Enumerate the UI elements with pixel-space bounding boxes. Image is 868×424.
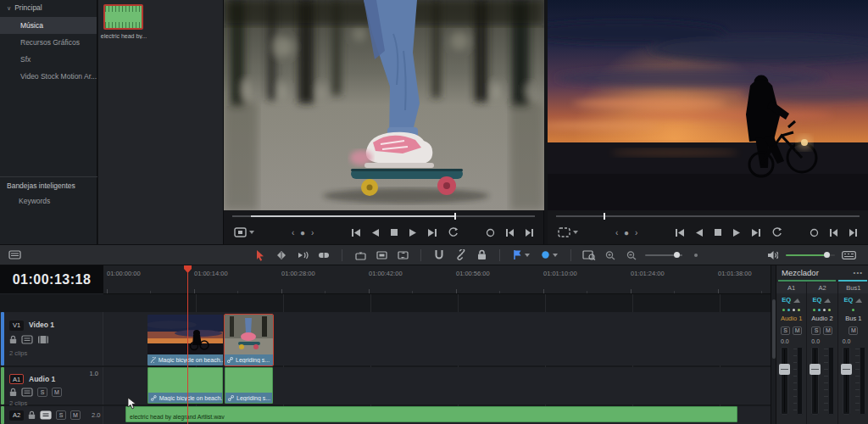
strip-channel[interactable]: A2 xyxy=(807,282,837,293)
loop-button[interactable] xyxy=(448,225,459,240)
video-clip-legriding[interactable]: Legriding s... xyxy=(225,315,273,365)
position-lock-toggle[interactable] xyxy=(474,248,489,263)
strip-mute-button[interactable]: M xyxy=(849,326,858,335)
track-badge[interactable]: V1 xyxy=(9,321,24,331)
play-forward-button[interactable] xyxy=(732,225,741,240)
auto-select-icon[interactable] xyxy=(40,410,52,420)
link-clips-toggle[interactable] xyxy=(453,248,468,263)
match-frame-button[interactable] xyxy=(486,225,495,240)
mute-button[interactable]: M xyxy=(70,410,81,420)
timeline-viewer-image[interactable] xyxy=(548,0,868,210)
next-edit-button[interactable] xyxy=(849,225,858,240)
track-header-a2[interactable]: A2 S M 2.0 xyxy=(5,406,103,424)
fader-track[interactable] xyxy=(811,347,819,415)
fader-track[interactable] xyxy=(843,347,850,415)
solo-button[interactable]: S xyxy=(56,410,66,420)
mixer-menu-button[interactable]: ••• xyxy=(854,269,863,276)
prev-edit-button[interactable] xyxy=(505,225,515,240)
lock-icon[interactable] xyxy=(28,410,36,420)
solo-button[interactable]: S xyxy=(37,388,47,397)
play-reverse-button[interactable] xyxy=(371,225,380,240)
overwrite-clip-button[interactable] xyxy=(374,248,389,263)
speaker-icon[interactable] xyxy=(765,248,780,263)
source-viewer-image[interactable] xyxy=(224,0,544,210)
audio-clip-magic-bicycle[interactable]: Magic bicycle on beach... xyxy=(147,367,223,404)
audio-clip-legriding[interactable]: Legriding s... xyxy=(225,367,273,404)
filmstrip-icon[interactable] xyxy=(37,335,49,344)
loop-button[interactable] xyxy=(771,225,782,240)
timeline-ruler[interactable]: 01:00:00:00 01:00:14:00 01:00:28:00 01:0… xyxy=(103,265,771,294)
playhead[interactable] xyxy=(187,265,188,424)
auto-select-icon[interactable] xyxy=(21,335,33,344)
marker-button[interactable] xyxy=(538,248,560,263)
strip-solo-button[interactable]: S xyxy=(811,326,821,335)
trim-edit-mode-tool[interactable] xyxy=(274,248,289,263)
replace-clip-button[interactable] xyxy=(395,248,410,263)
sidebar-item-sfx[interactable]: Sfx xyxy=(0,51,97,68)
track-badge[interactable]: A2 xyxy=(9,410,24,421)
strip-channel[interactable]: A1 xyxy=(776,282,806,293)
audio1-lane[interactable] xyxy=(0,367,771,404)
timeline-view-options-icon[interactable] xyxy=(7,248,22,263)
timeline-zoom-full-tool[interactable] xyxy=(603,248,618,263)
dynamic-trim-mode-tool[interactable] xyxy=(295,248,310,263)
flag-button[interactable] xyxy=(510,248,532,263)
selection-mode-tool[interactable] xyxy=(253,248,268,263)
sidebar-item-recursos-graficos[interactable]: Recursos Gráficos xyxy=(0,34,97,51)
zoom-slider-handle[interactable] xyxy=(674,252,680,258)
strip-eq[interactable]: EQ xyxy=(776,293,806,306)
auto-select-icon[interactable] xyxy=(21,388,33,397)
snapping-toggle[interactable] xyxy=(431,248,447,263)
track-header-v1[interactable]: V1Video 1 2 clips xyxy=(5,312,103,365)
next-edit-button[interactable] xyxy=(525,225,534,240)
match-frame-button[interactable] xyxy=(810,225,819,240)
fader-track[interactable] xyxy=(781,347,788,415)
timeline-body[interactable]: V1Video 1 2 clips A1Audio 11.0 S M 2 cli… xyxy=(0,294,771,424)
strip-eq[interactable]: EQ xyxy=(838,293,868,306)
jog-control[interactable]: ‹ ● › xyxy=(292,225,315,240)
detail-zoom-icon[interactable] xyxy=(688,248,704,263)
last-frame-button[interactable] xyxy=(427,225,437,240)
fader-handle[interactable] xyxy=(841,364,852,375)
lock-icon[interactable] xyxy=(9,388,17,397)
first-frame-button[interactable] xyxy=(351,225,361,240)
play-reverse-button[interactable] xyxy=(695,225,704,240)
timeline-scrubber[interactable] xyxy=(556,215,860,217)
volume-handle[interactable] xyxy=(824,252,830,258)
lock-icon[interactable] xyxy=(9,335,17,344)
viewer-mode-button[interactable] xyxy=(234,225,254,240)
last-frame-button[interactable] xyxy=(751,225,761,240)
scrub-playhead[interactable] xyxy=(454,213,456,220)
track-badge[interactable]: A1 xyxy=(9,374,24,384)
strip-solo-button[interactable]: S xyxy=(781,326,790,335)
first-frame-button[interactable] xyxy=(675,225,685,240)
sidebar-item-musica[interactable]: Música xyxy=(0,17,97,34)
blade-edit-mode-tool[interactable] xyxy=(316,248,331,263)
volume-slider[interactable] xyxy=(786,254,835,256)
track-header-a1[interactable]: A1Audio 11.0 S M 2 clips xyxy=(5,367,103,404)
strip-eq[interactable]: EQ xyxy=(807,293,837,306)
video1-lane[interactable] xyxy=(0,312,771,365)
zoom-slider[interactable] xyxy=(645,254,682,256)
strip-mute-button[interactable]: M xyxy=(823,326,832,335)
media-clip-thumbnail[interactable] xyxy=(103,4,143,30)
sidebar-item-keywords[interactable]: Keywords xyxy=(19,197,50,205)
video-clip-magic-bicycle[interactable]: Magic bicycle on beach... xyxy=(147,315,223,365)
insert-clip-button[interactable] xyxy=(353,248,368,263)
timeline-zoom-box-tool[interactable] xyxy=(581,248,597,263)
prev-edit-button[interactable] xyxy=(829,225,838,240)
sidebar-item-video-stock[interactable]: Video Stock Motion Ar... xyxy=(0,68,97,85)
source-scrubber[interactable] xyxy=(232,215,535,217)
stop-button[interactable] xyxy=(390,225,398,240)
music-clip-electric-head[interactable]: electric head by alegrand Artlist.wav xyxy=(125,406,737,422)
timeline-zoom-tool[interactable] xyxy=(624,248,639,263)
jog-control[interactable]: ‹ ● › xyxy=(615,225,639,240)
mute-button[interactable]: M xyxy=(52,388,62,397)
scrub-playhead[interactable] xyxy=(604,213,605,220)
bin-root-row[interactable]: ∨Principal xyxy=(0,0,97,12)
fader-handle[interactable] xyxy=(779,364,790,375)
play-forward-button[interactable] xyxy=(409,225,417,240)
stop-button[interactable] xyxy=(714,225,722,240)
strip-mute-button[interactable]: M xyxy=(793,326,802,335)
viewer-mode-button[interactable] xyxy=(558,225,578,240)
